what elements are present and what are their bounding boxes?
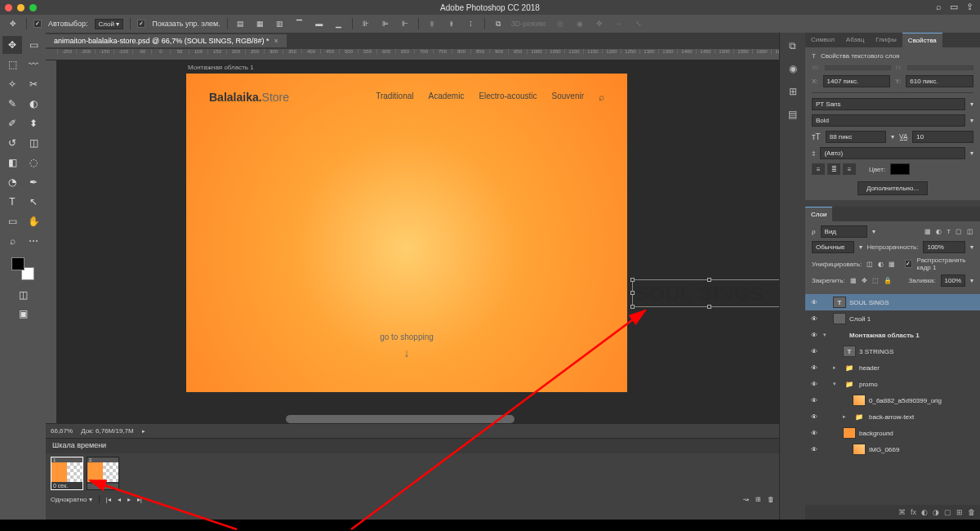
- magic-wand-tool[interactable]: ✧: [2, 75, 22, 93]
- visibility-icon[interactable]: 👁: [808, 413, 820, 421]
- font-size-field[interactable]: 88 пикс: [826, 131, 887, 143]
- align-right-icon[interactable]: ▥: [274, 17, 287, 30]
- layer-row[interactable]: 👁TSOUL SINGS: [805, 294, 980, 310]
- layer-row[interactable]: 👁T3 STRINGS: [805, 343, 980, 359]
- close-tab-icon[interactable]: ×: [274, 37, 278, 45]
- auto-select-checkbox[interactable]: ✓: [33, 20, 42, 28]
- align-center-v-icon[interactable]: ▬: [313, 17, 326, 30]
- lock-artboard-icon[interactable]: ⬚: [872, 277, 879, 284]
- show-controls-checkbox[interactable]: ✓: [137, 20, 145, 28]
- distribute-5-icon[interactable]: ⫵: [445, 17, 458, 30]
- pan-3d-icon[interactable]: ✥: [593, 17, 606, 30]
- path-selection-tool[interactable]: ↖: [24, 193, 43, 211]
- visibility-icon[interactable]: 👁: [808, 299, 820, 306]
- lock-all-icon[interactable]: 🔒: [884, 277, 892, 284]
- font-family-dropdown[interactable]: PT Sans: [812, 98, 965, 110]
- clone-stamp-tool[interactable]: ⬍: [24, 114, 43, 132]
- vertical-ruler[interactable]: [46, 60, 57, 423]
- share-icon[interactable]: ⇪: [966, 2, 973, 12]
- document-tab[interactable]: animaiton-balalaika-store.psd @ 66,7% (S…: [46, 34, 287, 47]
- unify-visibility-icon[interactable]: ◐: [878, 261, 884, 268]
- move-tool[interactable]: ✥: [2, 36, 22, 54]
- visibility-icon[interactable]: 👁: [808, 315, 820, 323]
- duplicate-frame-button[interactable]: ⊞: [755, 496, 761, 503]
- unify-style-icon[interactable]: ▦: [889, 261, 895, 268]
- selected-text-layer[interactable]: SOUL SINGS: [635, 283, 764, 306]
- tracking-field[interactable]: 10: [912, 131, 973, 143]
- propagate-checkbox[interactable]: ✓: [905, 260, 911, 268]
- distribute-6-icon[interactable]: ⫶: [465, 17, 478, 30]
- new-layer-icon[interactable]: ⊞: [956, 508, 963, 516]
- filter-pixel-icon[interactable]: ▦: [924, 228, 931, 235]
- layer-filter-dropdown[interactable]: Вид: [821, 225, 868, 238]
- dock-history-icon[interactable]: ⧉: [785, 38, 801, 54]
- layer-fx-icon[interactable]: fx: [911, 508, 916, 516]
- font-weight-dropdown[interactable]: Bold: [812, 114, 965, 127]
- horizontal-scrollbar[interactable]: [286, 415, 514, 423]
- visibility-icon[interactable]: 👁: [808, 397, 820, 404]
- layer-row[interactable]: 👁IMG_0669: [805, 441, 980, 457]
- loop-dropdown[interactable]: Однократно ▾: [51, 496, 92, 503]
- align-center-h-icon[interactable]: ▦: [254, 17, 267, 30]
- lock-pixels-icon[interactable]: ▦: [850, 277, 857, 284]
- align-top-icon[interactable]: ▔: [293, 17, 306, 30]
- layer-row[interactable]: 👁▾📁promo: [805, 376, 980, 392]
- close-window-button[interactable]: [5, 4, 12, 11]
- quick-mask-tool[interactable]: ◫: [13, 286, 33, 304]
- delete-layer-icon[interactable]: 🗑: [968, 508, 975, 516]
- tab-character[interactable]: Символ: [805, 33, 840, 47]
- layer-row[interactable]: 👁background: [805, 425, 980, 441]
- foreground-color[interactable]: [11, 257, 24, 270]
- visibility-icon[interactable]: 👁: [808, 446, 820, 453]
- visibility-icon[interactable]: 👁: [808, 332, 820, 339]
- zoom-level[interactable]: 66,67%: [51, 427, 73, 435]
- orbit-3d-icon[interactable]: ◎: [554, 17, 567, 30]
- first-frame-button[interactable]: |◂: [106, 496, 111, 503]
- shape-tool[interactable]: ▭: [2, 212, 22, 230]
- y-field[interactable]: 610 пикс.: [906, 75, 973, 87]
- dock-swatches-icon[interactable]: ⊞: [785, 83, 801, 100]
- distribute-1-icon[interactable]: ⊪: [359, 17, 372, 30]
- marquee-tool[interactable]: ⬚: [2, 56, 22, 74]
- zoom-tool[interactable]: ⌕: [2, 232, 22, 250]
- next-frame-button[interactable]: ▸|: [137, 496, 142, 503]
- align-left-icon[interactable]: ▤: [234, 17, 247, 30]
- layer-row[interactable]: 👁▸📁header: [805, 359, 980, 376]
- play-button[interactable]: ▸: [127, 496, 131, 503]
- lasso-tool[interactable]: 〰: [24, 56, 43, 74]
- spot-heal-tool[interactable]: ◐: [24, 95, 43, 113]
- distribute-3-icon[interactable]: ⊩: [399, 17, 412, 30]
- history-brush-tool[interactable]: ↺: [2, 134, 22, 152]
- window-controls[interactable]: [5, 4, 37, 11]
- crop-tool[interactable]: ✂: [24, 75, 43, 93]
- visibility-icon[interactable]: 👁: [808, 348, 820, 355]
- opacity-field[interactable]: 100%: [923, 241, 965, 253]
- align-bottom-icon[interactable]: ▁: [332, 17, 345, 30]
- unify-position-icon[interactable]: ◫: [866, 261, 873, 268]
- visibility-icon[interactable]: 👁: [808, 430, 820, 437]
- screen-mode-tool[interactable]: ▣: [13, 305, 33, 323]
- align-text-left[interactable]: ≡: [812, 163, 825, 175]
- dodge-tool[interactable]: ◔: [2, 173, 22, 191]
- blend-mode-dropdown[interactable]: Обычные: [812, 241, 854, 253]
- artboard-label[interactable]: Монтажная область 1: [188, 64, 254, 71]
- tab-layers[interactable]: Слои: [805, 207, 832, 221]
- filter-smart-icon[interactable]: ◫: [967, 228, 973, 235]
- layer-row[interactable]: 👁0_6a882_a5d90399_orig: [805, 392, 980, 408]
- layer-group-icon[interactable]: ▢: [944, 508, 951, 516]
- horizontal-ruler[interactable]: -250-200-150-100-50050100150200250300350…: [46, 49, 779, 60]
- timeline-frame-2[interactable]: 2: [87, 457, 119, 490]
- text-color-swatch[interactable]: [890, 163, 910, 175]
- link-layers-icon[interactable]: ⌘: [898, 508, 906, 516]
- doc-info[interactable]: Док: 6,76M/19,7M: [81, 427, 134, 435]
- tab-paragraph[interactable]: Абзац: [840, 33, 870, 47]
- tab-properties[interactable]: Свойства: [902, 33, 942, 47]
- eraser-tool[interactable]: ◫: [24, 134, 43, 152]
- artboard[interactable]: Balalaika.Store TraditionalAcademicElect…: [186, 74, 627, 392]
- distribute-4-icon[interactable]: ⫴: [425, 17, 439, 30]
- artboard-tool[interactable]: ▭: [24, 36, 43, 54]
- filter-adjust-icon[interactable]: ◐: [936, 228, 942, 235]
- adjustment-layer-icon[interactable]: ◑: [933, 508, 939, 516]
- filter-text-icon[interactable]: T: [947, 228, 951, 235]
- dock-libraries-icon[interactable]: ▤: [785, 106, 801, 123]
